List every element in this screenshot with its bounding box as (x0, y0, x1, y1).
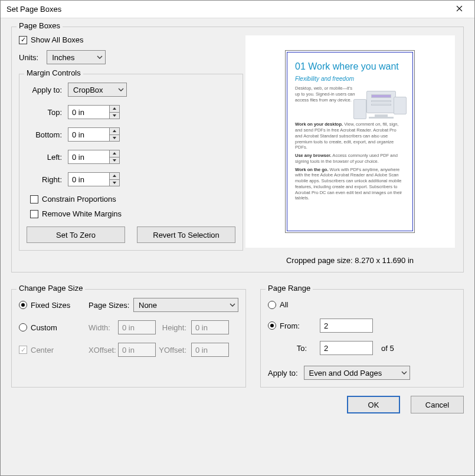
custom-label: Custom (31, 323, 57, 332)
close-icon (456, 5, 463, 14)
units-label: Units: (19, 53, 38, 62)
apply-to-label: Apply to: (27, 86, 68, 94)
page-range-apply-to-select[interactable]: Even and Odd Pages (304, 366, 410, 380)
set-to-zero-button[interactable]: Set To Zero (27, 226, 125, 243)
spinner-up-icon[interactable] (110, 150, 119, 157)
left-input[interactable]: 0 in (68, 150, 109, 164)
bottom-input[interactable]: 0 in (68, 127, 109, 142)
spinner-down-icon[interactable] (110, 157, 119, 164)
page-range-group: Page Range All From: 2 To: 2 of 5 Apply … (260, 289, 464, 388)
preview-p4-bold: Work on the go. (295, 167, 329, 172)
devices-illustration-icon (351, 88, 407, 125)
page-boxes-right: 01 Work where you want Flexibility and f… (244, 35, 456, 265)
units-select-value: Inches (52, 53, 74, 62)
from-radio[interactable] (268, 321, 276, 330)
show-all-boxes-checkbox[interactable]: ✓ (19, 36, 27, 44)
page-boxes-legend: Page Boxes (17, 21, 63, 30)
center-label: Center (31, 346, 54, 354)
all-radio[interactable] (268, 301, 276, 309)
top-spinner-arrows[interactable] (109, 105, 120, 119)
yoffset-input: 0 in (191, 343, 229, 357)
check-icon: ✓ (21, 37, 26, 43)
show-all-boxes-label: Show All Boxes (31, 35, 84, 44)
apply-to-select-value: CropBox (73, 86, 103, 94)
right-label: Right: (27, 175, 68, 184)
remove-white-margins-label: Remove White Margins (42, 209, 122, 218)
dialog-window: Set Page Boxes Page Boxes ✓ Show All Box… (0, 0, 475, 476)
page-boxes-group: Page Boxes ✓ Show All Boxes Units: Inche… (11, 27, 464, 273)
page-sizes-value: None (139, 301, 157, 310)
titlebar: Set Page Boxes (1, 1, 474, 18)
left-spinner-arrows[interactable] (109, 150, 120, 164)
page-sizes-label: Page Sizes: (89, 301, 133, 310)
page-range-apply-to-value: Even and Odd Pages (309, 369, 382, 377)
spinner-down-icon[interactable] (110, 135, 119, 142)
cropped-page-size-label: Cropped page size: 8.270 x 11.690 in (286, 256, 414, 265)
height-input: 0 in (191, 320, 229, 334)
spinner-up-icon[interactable] (110, 106, 119, 113)
page-boxes-left: ✓ Show All Boxes Units: Inches (19, 35, 244, 265)
right-spinner[interactable]: 0 in (68, 172, 120, 186)
fixed-sizes-radio[interactable] (19, 301, 27, 309)
preview-p4: Work on the go. Work with PDFs anytime, … (295, 167, 405, 202)
preview-p2-bold: Work on your desktop. (295, 122, 343, 127)
xoffset-input: 0 in (118, 343, 156, 357)
spinner-down-icon[interactable] (110, 113, 119, 119)
spinner-up-icon[interactable] (110, 173, 119, 180)
preview-p2: Work on your desktop. View, comment on, … (295, 122, 405, 150)
spinner-up-icon[interactable] (110, 128, 119, 135)
window-title: Set Page Boxes (6, 5, 61, 14)
client-area: Page Boxes ✓ Show All Boxes Units: Inche… (1, 18, 474, 475)
ok-button[interactable]: OK (347, 396, 400, 413)
width-label: Width: (89, 323, 118, 332)
change-page-size-legend: Change Page Size (17, 284, 85, 293)
width-input: 0 in (118, 320, 156, 334)
from-input[interactable]: 2 (320, 319, 373, 333)
page-preview: 01 Work where you want Flexibility and f… (285, 50, 415, 233)
right-input[interactable]: 0 in (68, 172, 109, 186)
preview-p3: Use any browser. Access commonly used PD… (295, 153, 405, 165)
page-range-apply-to-label: Apply to: (268, 369, 298, 377)
chevron-down-icon (401, 370, 407, 376)
preview-heading: 01 Work where you want (295, 61, 405, 72)
remove-white-margins-checkbox[interactable] (30, 210, 38, 218)
revert-to-selection-button[interactable]: Revert To Selection (137, 226, 235, 243)
units-select[interactable]: Inches (47, 50, 106, 64)
constrain-proportions-checkbox[interactable] (30, 195, 38, 203)
to-label: To: (280, 344, 309, 353)
bottom-spinner-arrows[interactable] (109, 127, 120, 142)
right-spinner-arrows[interactable] (109, 172, 120, 186)
bottom-label: Bottom: (27, 130, 68, 139)
close-button[interactable] (447, 1, 471, 18)
custom-radio[interactable] (19, 323, 27, 331)
fixed-sizes-label: Fixed Sizes (31, 301, 70, 310)
top-spinner[interactable]: 0 in (68, 105, 120, 119)
of-label: of 5 (381, 344, 394, 353)
page-sizes-select[interactable]: None (133, 298, 238, 312)
xoffset-label: XOffset: (89, 346, 118, 354)
top-label: Top: (27, 108, 68, 117)
top-input[interactable]: 0 in (68, 105, 109, 119)
chevron-down-icon (97, 54, 103, 60)
center-checkbox: ✓ (19, 346, 27, 354)
preview-p3-bold: Use any browser. (295, 153, 332, 158)
preview-p1: Desktop, web, or mobile—it's up to you. … (295, 86, 357, 103)
page-range-legend: Page Range (266, 284, 313, 293)
apply-to-select[interactable]: CropBox (68, 83, 127, 97)
preview-heading-number: 01 (295, 61, 306, 71)
preview-subheading: Flexibility and freedom (295, 75, 405, 82)
left-label: Left: (27, 153, 68, 162)
cancel-button[interactable]: Cancel (411, 396, 464, 413)
margin-controls-legend: Margin Controls (24, 68, 83, 77)
bottom-spinner[interactable]: 0 in (68, 127, 120, 142)
margin-controls-group: Margin Controls Apply to: CropBox (19, 74, 243, 251)
dialog-footer: OK Cancel (11, 396, 464, 413)
page-preview-panel: 01 Work where you want Flexibility and f… (245, 35, 455, 248)
to-input[interactable]: 2 (320, 341, 373, 355)
spinner-down-icon[interactable] (110, 180, 119, 186)
from-label: From: (280, 321, 309, 330)
chevron-down-icon (230, 302, 235, 308)
change-page-size-group: Change Page Size Fixed Sizes Page Sizes:… (11, 289, 246, 388)
left-spinner[interactable]: 0 in (68, 150, 120, 164)
height-label: Height: (156, 323, 191, 332)
